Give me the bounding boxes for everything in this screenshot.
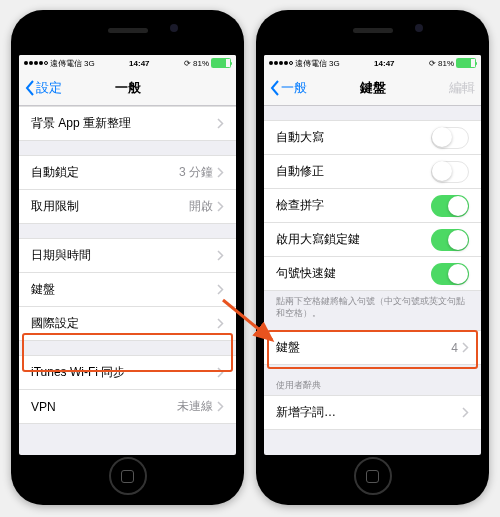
chevron-right-icon xyxy=(217,401,224,412)
row-restrictions[interactable]: 取用限制 開啟 xyxy=(19,190,236,224)
row-label: 取用限制 xyxy=(31,198,189,215)
row-label: 檢查拼字 xyxy=(276,197,431,214)
row-label: 背景 App 重新整理 xyxy=(31,115,217,132)
phone-right: 遠傳電信 3G 14:47 ⟳ 81% 一般 鍵盤 編輯 自動大寫 xyxy=(256,10,489,505)
page-title: 鍵盤 xyxy=(360,79,386,97)
row-label: 啟用大寫鎖定鍵 xyxy=(276,231,431,248)
row-international[interactable]: 國際設定 xyxy=(19,307,236,341)
screen-right: 遠傳電信 3G 14:47 ⟳ 81% 一般 鍵盤 編輯 自動大寫 xyxy=(264,55,481,455)
row-label: iTunes Wi-Fi 同步 xyxy=(31,364,217,381)
chevron-right-icon xyxy=(217,318,224,329)
footer-note: 點兩下空格鍵將輸入句號（中文句號或英文句點和空格）。 xyxy=(264,291,481,324)
chevron-right-icon xyxy=(217,367,224,378)
toggle-capslock[interactable] xyxy=(431,229,469,251)
row-label: 自動修正 xyxy=(276,163,431,180)
clock-label: 14:47 xyxy=(129,59,149,68)
signal-icon xyxy=(269,61,293,65)
statusbar: 遠傳電信 3G 14:47 ⟳ 81% xyxy=(19,55,236,71)
phone-left: 遠傳電信 3G 14:47 ⟳ 81% 設定 一般 背景 App 重新整理 xyxy=(11,10,244,505)
chevron-left-icon xyxy=(25,80,35,96)
row-datetime[interactable]: 日期與時間 xyxy=(19,238,236,273)
chevron-right-icon xyxy=(462,407,469,418)
row-label: 日期與時間 xyxy=(31,247,217,264)
chevron-right-icon xyxy=(217,201,224,212)
row-value: 未連線 xyxy=(177,398,213,415)
row-keyboards[interactable]: 鍵盤 4 xyxy=(264,330,481,365)
page-title: 一般 xyxy=(115,79,141,97)
back-button[interactable]: 設定 xyxy=(25,79,62,97)
content[interactable]: 自動大寫 自動修正 檢查拼字 啟用大寫鎖定鍵 句號快速鍵 xyxy=(264,106,481,455)
chevron-right-icon xyxy=(462,342,469,353)
toggle-shortcut[interactable] xyxy=(431,263,469,285)
edit-button[interactable]: 編輯 xyxy=(449,79,475,97)
battery-icon xyxy=(211,58,231,68)
home-button[interactable] xyxy=(354,457,392,495)
network-label: 3G xyxy=(84,59,95,68)
row-value: 4 xyxy=(451,341,458,355)
clock-label: 14:47 xyxy=(374,59,394,68)
chevron-right-icon xyxy=(217,284,224,295)
row-capslock[interactable]: 啟用大寫鎖定鍵 xyxy=(264,223,481,257)
chevron-right-icon xyxy=(217,167,224,178)
screen-left: 遠傳電信 3G 14:47 ⟳ 81% 設定 一般 背景 App 重新整理 xyxy=(19,55,236,455)
navbar: 設定 一般 xyxy=(19,71,236,106)
toggle-spellcheck[interactable] xyxy=(431,195,469,217)
row-value: 開啟 xyxy=(189,198,213,215)
carrier-label: 遠傳電信 xyxy=(295,58,327,69)
toggle-autocorrect[interactable] xyxy=(431,161,469,183)
row-itunes-wifi[interactable]: iTunes Wi-Fi 同步 xyxy=(19,355,236,390)
row-vpn[interactable]: VPN 未連線 xyxy=(19,390,236,424)
row-label: 鍵盤 xyxy=(276,339,451,356)
row-label: 自動大寫 xyxy=(276,129,431,146)
battery-pct: 81% xyxy=(438,59,454,68)
battery-pct: 81% xyxy=(193,59,209,68)
rotation-lock-icon: ⟳ xyxy=(429,59,436,68)
row-period-shortcut[interactable]: 句號快速鍵 xyxy=(264,257,481,291)
row-label: VPN xyxy=(31,400,177,414)
row-new-phrase[interactable]: 新增字詞… xyxy=(264,395,481,430)
row-spellcheck[interactable]: 檢查拼字 xyxy=(264,189,481,223)
chevron-left-icon xyxy=(270,80,280,96)
navbar: 一般 鍵盤 編輯 xyxy=(264,71,481,106)
content[interactable]: 背景 App 重新整理 自動鎖定 3 分鐘 取用限制 開啟 日期與時間 xyxy=(19,106,236,455)
row-background-refresh[interactable]: 背景 App 重新整理 xyxy=(19,106,236,141)
chevron-right-icon xyxy=(217,118,224,129)
row-autocap[interactable]: 自動大寫 xyxy=(264,120,481,155)
battery-icon xyxy=(456,58,476,68)
section-label: 使用者辭典 xyxy=(264,375,481,395)
row-keyboard[interactable]: 鍵盤 xyxy=(19,273,236,307)
row-autocorrect[interactable]: 自動修正 xyxy=(264,155,481,189)
row-label: 句號快速鍵 xyxy=(276,265,431,282)
network-label: 3G xyxy=(329,59,340,68)
signal-icon xyxy=(24,61,48,65)
carrier-label: 遠傳電信 xyxy=(50,58,82,69)
back-label: 一般 xyxy=(281,79,307,97)
rotation-lock-icon: ⟳ xyxy=(184,59,191,68)
back-label: 設定 xyxy=(36,79,62,97)
row-value: 3 分鐘 xyxy=(179,164,213,181)
row-label: 鍵盤 xyxy=(31,281,217,298)
row-autolock[interactable]: 自動鎖定 3 分鐘 xyxy=(19,155,236,190)
back-button[interactable]: 一般 xyxy=(270,79,307,97)
row-label: 自動鎖定 xyxy=(31,164,179,181)
row-label: 新增字詞… xyxy=(276,404,462,421)
chevron-right-icon xyxy=(217,250,224,261)
toggle-autocap[interactable] xyxy=(431,127,469,149)
statusbar: 遠傳電信 3G 14:47 ⟳ 81% xyxy=(264,55,481,71)
home-button[interactable] xyxy=(109,457,147,495)
row-label: 國際設定 xyxy=(31,315,217,332)
